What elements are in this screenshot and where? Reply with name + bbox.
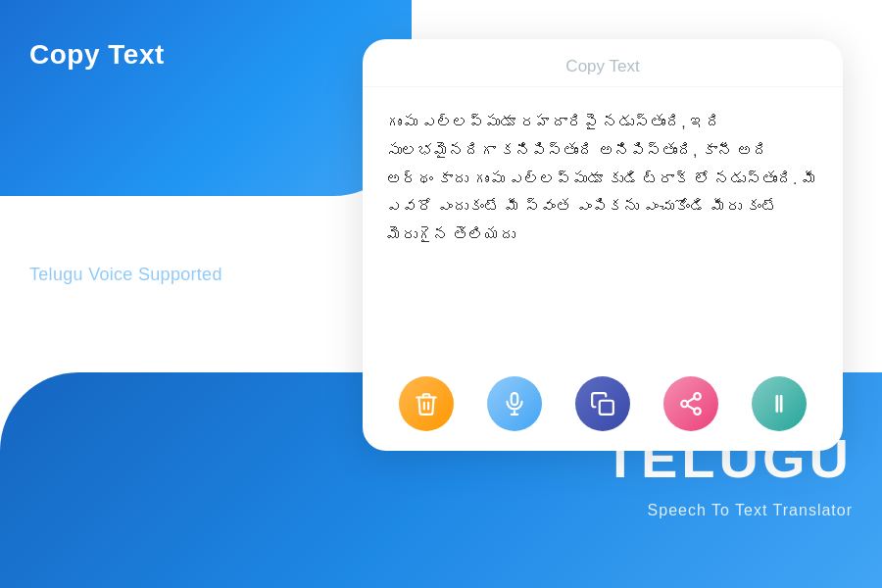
- delete-button[interactable]: [399, 376, 454, 431]
- svg-rect-3: [600, 401, 613, 415]
- card-body: గుంపు ఎల్లప్పుడూ రహదారిపై నడుస్తుంది, ఇద…: [363, 87, 843, 363]
- main-card: Copy Text గుంపు ఎల్లప్పుడూ రహదారిపై నడుస…: [363, 39, 843, 451]
- pause-button[interactable]: [752, 376, 807, 431]
- trash-icon: [414, 391, 439, 416]
- card-actions: [363, 363, 843, 451]
- copy-icon: [590, 391, 615, 416]
- share-icon: [678, 391, 704, 416]
- svg-line-7: [687, 406, 694, 410]
- svg-line-8: [687, 398, 694, 402]
- mic-button[interactable]: [487, 376, 542, 431]
- bg-blue-top: [0, 0, 412, 196]
- copy-text-header: Copy Text: [29, 39, 165, 71]
- copy-button[interactable]: [575, 376, 630, 431]
- share-button[interactable]: [663, 376, 718, 431]
- telugu-voice-label: Telugu Voice Supported: [29, 265, 222, 285]
- card-text: గుంపు ఎల్లప్పుడూ రహదారిపై నడుస్తుంది, ఇద…: [386, 109, 819, 250]
- svg-rect-0: [512, 393, 518, 405]
- speech-subtitle: Speech To Text Translator: [648, 502, 853, 519]
- card-title: Copy Text: [363, 39, 843, 87]
- pause-icon: [766, 391, 792, 416]
- mic-icon: [502, 391, 527, 416]
